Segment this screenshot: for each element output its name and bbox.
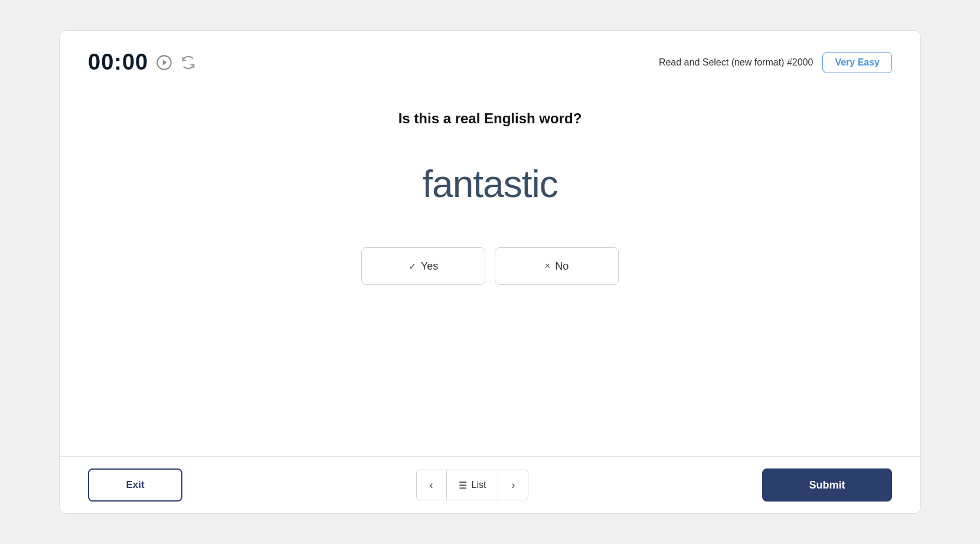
checkmark-icon: ✓ (409, 261, 416, 272)
word-display: fantastic (422, 162, 557, 206)
next-button[interactable]: › (498, 470, 528, 500)
no-button[interactable]: × No (495, 247, 619, 285)
exit-button[interactable]: Exit (88, 468, 182, 502)
question-text: Is this a real English word? (398, 110, 582, 127)
main-container: 00:00 Read and Sele (59, 30, 921, 514)
refresh-icon[interactable] (180, 54, 197, 71)
timer-display: 00:00 (88, 50, 148, 75)
cross-icon: × (545, 261, 550, 271)
prev-button[interactable]: ‹ (416, 470, 447, 500)
bottom-bar: Exit ‹ ☰ List › Submit (60, 457, 920, 513)
nav-section: ‹ ☰ List › (416, 470, 529, 500)
list-label: List (472, 480, 486, 490)
timer-section: 00:00 (88, 50, 197, 75)
no-label: No (555, 260, 569, 273)
chevron-right-icon: › (511, 479, 515, 491)
list-button[interactable]: ☰ List (447, 470, 498, 500)
svg-marker-1 (163, 60, 167, 65)
exercise-label: Read and Select (new format) #2000 (659, 57, 813, 68)
play-icon[interactable] (155, 54, 173, 71)
yes-label: Yes (421, 260, 438, 273)
right-section: Read and Select (new format) #2000 Very … (659, 52, 892, 73)
content-area: 00:00 Read and Sele (60, 31, 920, 456)
question-area: Is this a real English word? fantastic ✓… (88, 99, 892, 456)
top-bar: 00:00 Read and Sele (88, 50, 892, 75)
chevron-left-icon: ‹ (430, 479, 433, 491)
list-icon: ☰ (459, 480, 467, 491)
answer-buttons: ✓ Yes × No (361, 247, 619, 285)
difficulty-badge: Very Easy (822, 52, 892, 73)
yes-button[interactable]: ✓ Yes (361, 247, 485, 285)
submit-button[interactable]: Submit (762, 468, 892, 502)
